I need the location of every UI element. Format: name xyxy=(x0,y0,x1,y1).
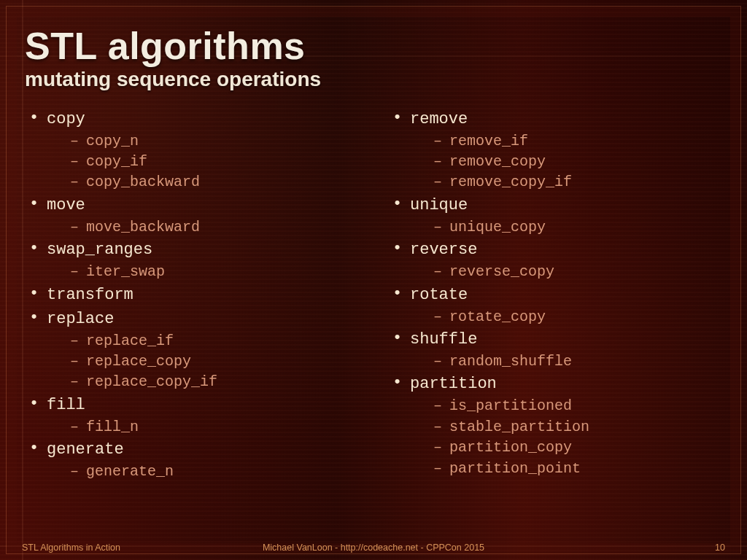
bullet-level-2: –stable_partition xyxy=(433,417,722,438)
bullet-level-2: –reverse_copy xyxy=(433,262,722,282)
bullet-label: reverse_copy xyxy=(449,262,554,282)
bullet-label: copy_backward xyxy=(86,172,200,192)
list-item: •fill–fill_n xyxy=(29,393,359,438)
list-item: –copy_n xyxy=(70,131,359,152)
bullet-dot-icon: • xyxy=(392,110,400,126)
bullet-level-2: –replace_copy xyxy=(70,351,359,372)
column-left: •copy–copy_n–copy_if–copy_backward•move–… xyxy=(25,107,359,483)
bullet-level-2: –generate_n xyxy=(70,462,359,482)
sub-list: –reverse_copy xyxy=(392,262,722,282)
bullet-label: generate xyxy=(47,438,124,462)
bullet-label: rotate_copy xyxy=(449,307,546,327)
bullet-dash-icon: – xyxy=(433,438,441,458)
list-item: •reverse–reverse_copy xyxy=(392,238,722,282)
bullet-dash-icon: – xyxy=(433,217,441,238)
bullet-label: replace xyxy=(47,307,114,331)
bullet-label: unique xyxy=(410,193,468,217)
sub-list: –random_shuffle xyxy=(392,351,722,372)
bullet-level-2: –remove_if xyxy=(433,131,722,152)
sub-list: –replace_if–replace_copy–replace_copy_if xyxy=(29,331,359,393)
list-item: –remove_copy_if xyxy=(433,172,722,192)
bullet-dot-icon: • xyxy=(392,286,400,302)
list-item: –unique_copy xyxy=(433,217,722,238)
list-item: –remove_if xyxy=(433,131,722,152)
bullet-dash-icon: – xyxy=(70,417,77,438)
list-item: •unique–unique_copy xyxy=(392,193,722,238)
bullet-dash-icon: – xyxy=(433,152,441,172)
list-item: •generate–generate_n xyxy=(29,438,359,482)
list-item: –replace_copy_if xyxy=(70,372,359,392)
list-item: –iter_swap xyxy=(70,262,359,282)
bullet-label: replace_copy_if xyxy=(86,372,217,392)
sub-list: –copy_n–copy_if–copy_backward xyxy=(29,131,359,193)
sub-list: –generate_n xyxy=(29,462,359,482)
list-item: –is_partitioned xyxy=(433,396,722,416)
bullet-dot-icon: • xyxy=(392,330,400,346)
list-item: –replace_copy xyxy=(70,351,359,372)
bullet-label: swap_ranges xyxy=(47,238,152,262)
bullet-level-1: •move xyxy=(29,193,359,217)
bullet-label: transform xyxy=(47,283,133,307)
slide-footer: STL Algorithms in Action Michael VanLoon… xyxy=(0,542,747,553)
bullet-dash-icon: – xyxy=(70,372,77,392)
list-item: •partition–is_partitioned–stable_partiti… xyxy=(392,372,722,479)
bullet-level-1: •transform xyxy=(29,283,359,307)
bullet-label: copy xyxy=(47,107,85,131)
bullet-label: remove_if xyxy=(449,131,528,152)
bullet-level-2: –copy_n xyxy=(70,131,359,152)
bullet-label: fill xyxy=(47,393,85,417)
list-item: –partition_copy xyxy=(433,438,722,458)
bullet-label: shuffle xyxy=(410,327,477,351)
bullet-label: remove xyxy=(410,107,468,131)
bullet-label: partition xyxy=(410,372,497,396)
sub-list: –unique_copy xyxy=(392,217,722,238)
bullet-level-1: •copy xyxy=(29,107,359,131)
bullet-label: move_backward xyxy=(86,217,200,238)
list-item: –fill_n xyxy=(70,417,359,438)
bullet-level-2: –rotate_copy xyxy=(433,307,722,327)
bullet-label: move xyxy=(47,193,85,217)
bullet-label: stable_partition xyxy=(449,417,589,438)
list-item: •replace–replace_if–replace_copy–replace… xyxy=(29,307,359,393)
bullet-level-2: –fill_n xyxy=(70,417,359,438)
bullet-dash-icon: – xyxy=(433,351,441,372)
content-columns: •copy–copy_n–copy_if–copy_backward•move–… xyxy=(25,107,722,483)
bullet-dash-icon: – xyxy=(433,172,441,192)
bullet-level-1: •unique xyxy=(392,193,722,217)
bullet-level-2: –replace_copy_if xyxy=(70,372,359,392)
bullet-label: remove_copy_if xyxy=(449,172,572,192)
bullet-level-2: –move_backward xyxy=(70,217,359,238)
list-item: –random_shuffle xyxy=(433,351,722,372)
bullet-level-2: –iter_swap xyxy=(70,262,359,282)
bullet-dash-icon: – xyxy=(433,396,441,416)
list-item: –remove_copy xyxy=(433,152,722,172)
bullet-level-2: –remove_copy xyxy=(433,152,722,172)
list-item: •remove–remove_if–remove_copy–remove_cop… xyxy=(392,107,722,193)
bullet-label: is_partitioned xyxy=(449,396,572,416)
sub-list: –is_partitioned–stable_partition–partiti… xyxy=(392,396,722,479)
bullet-level-1: •remove xyxy=(392,107,722,131)
bullet-label: fill_n xyxy=(86,417,139,438)
bullet-dot-icon: • xyxy=(392,241,400,257)
list-item: –reverse_copy xyxy=(433,262,722,282)
bullet-dash-icon: – xyxy=(433,131,441,152)
list-item: –replace_if xyxy=(70,331,359,351)
list-item: •rotate–rotate_copy xyxy=(392,283,722,327)
bullet-label: random_shuffle xyxy=(449,351,572,372)
bullet-dash-icon: – xyxy=(433,417,441,438)
bullet-level-2: –copy_backward xyxy=(70,172,359,192)
list-item: •transform xyxy=(29,283,359,307)
list-item: –stable_partition xyxy=(433,417,722,438)
bullet-dash-icon: – xyxy=(70,331,77,351)
bullet-level-2: –partition_point xyxy=(433,459,722,479)
bullet-label: replace_copy xyxy=(86,351,191,372)
bullet-dot-icon: • xyxy=(29,196,36,212)
sub-list: –remove_if–remove_copy–remove_copy_if xyxy=(392,131,722,193)
list-item: •swap_ranges–iter_swap xyxy=(29,238,359,282)
slide-title: STL algorithms xyxy=(25,26,722,66)
bullet-dash-icon: – xyxy=(70,262,77,282)
bullet-level-1: •shuffle xyxy=(392,327,722,351)
bullet-dot-icon: • xyxy=(29,310,36,326)
bullet-label: reverse xyxy=(410,238,477,262)
footer-center: Michael VanLoon - http://codeache.net - … xyxy=(0,542,747,553)
